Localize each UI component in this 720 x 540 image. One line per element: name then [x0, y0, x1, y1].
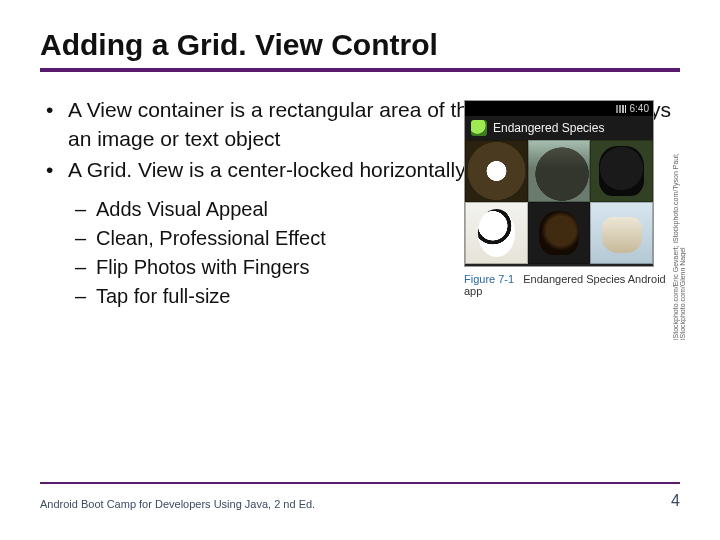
sub-bullet-text: Flip Photos with Fingers: [96, 253, 309, 282]
signal-icon: [616, 105, 626, 113]
footer: Android Boot Camp for Developers Using J…: [40, 482, 680, 510]
grid-cell-gorilla: [590, 140, 653, 202]
slide-title: Adding a Grid. View Control: [40, 28, 680, 72]
phone-grid: [465, 140, 653, 266]
grid-cell-polar-bear: [590, 202, 653, 264]
page-number: 4: [671, 492, 680, 510]
app-icon: [471, 120, 487, 136]
phone-status-bar: 6:40: [465, 101, 653, 116]
bullet-marker: •: [40, 96, 68, 154]
phone-app-bar: Endangered Species: [465, 116, 653, 140]
sub-bullet-text: Adds Visual Appeal: [96, 195, 268, 224]
footer-source: Android Boot Camp for Developers Using J…: [40, 498, 315, 510]
phone-time: 6:40: [630, 103, 649, 114]
sub-bullet-text: Tap for full-size: [96, 282, 231, 311]
grid-cell-chimp: [528, 202, 591, 264]
image-credit: iStockphoto.com/Eric Gevaert; iStockphot…: [672, 100, 686, 340]
bullet-marker: •: [40, 156, 68, 185]
figure: 6:40 Endangered Species iStockphoto.com/…: [464, 100, 678, 297]
sub-bullet-marker: –: [40, 224, 96, 253]
content-area: • A View container is a rectangular area…: [40, 96, 680, 311]
sub-bullet-marker: –: [40, 282, 96, 311]
sub-bullet-marker: –: [40, 253, 96, 282]
sub-bullet-text: Clean, Professional Effect: [96, 224, 326, 253]
grid-cell-elephant: [528, 140, 591, 202]
app-title: Endangered Species: [493, 121, 604, 135]
grid-cell-eagle: [465, 140, 528, 202]
phone-mock: 6:40 Endangered Species: [464, 100, 654, 267]
sub-bullet-marker: –: [40, 195, 96, 224]
figure-caption: Figure 7-1 Endangered Species Android ap…: [464, 273, 678, 297]
figure-label: Figure 7-1: [464, 273, 514, 285]
grid-cell-panda: [465, 202, 528, 264]
slide: Adding a Grid. View Control • A View con…: [0, 0, 720, 540]
